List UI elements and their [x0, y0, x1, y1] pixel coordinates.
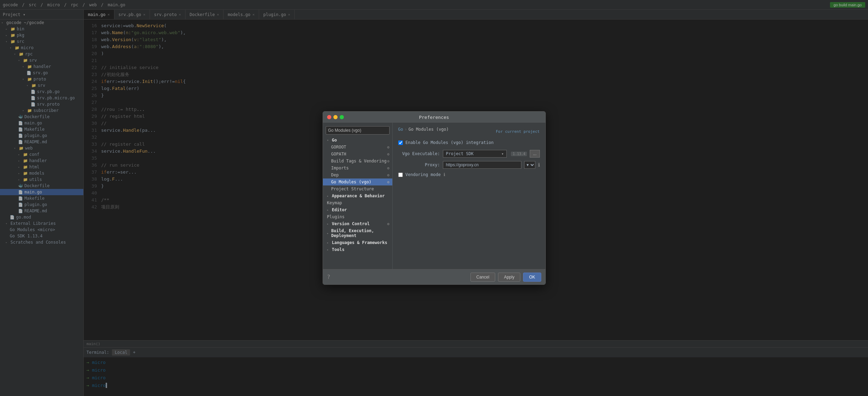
- preferences-dialog: Preferences ▾ Go GOROOT ⚙ GOPATH: [323, 111, 546, 285]
- pref-goroot[interactable]: GOROOT ⚙: [323, 144, 392, 151]
- pref-project-structure[interactable]: Project Structure: [323, 185, 392, 192]
- proxy-input[interactable]: [443, 161, 521, 169]
- pref-build[interactable]: ▸ Build, Execution, Deployment: [323, 227, 392, 239]
- dialog-footer-buttons: Cancel Apply OK: [470, 273, 541, 282]
- pref-dep[interactable]: Dep ⚙: [323, 172, 392, 178]
- help-icon[interactable]: ?: [327, 274, 331, 280]
- enable-gomodules-label: Enable Go Modules (vgo) integration: [406, 140, 494, 145]
- version-badge: 1.13.4: [511, 152, 527, 156]
- breadcrumb-go: Go: [398, 127, 403, 132]
- pref-editor[interactable]: ▸ Editor: [323, 206, 392, 213]
- vgo-executable-value: Project SDK ▾: [443, 150, 507, 158]
- proxy-info-icon: ℹ: [538, 162, 540, 168]
- dialog-title-bar: Preferences: [323, 112, 545, 123]
- vendoring-info-icon: ℹ: [444, 172, 445, 177]
- dialog-footer: ? Cancel Apply OK: [323, 269, 545, 284]
- dialog-body: ▾ Go GOROOT ⚙ GOPATH ⚙ Build Tags & Vend…: [323, 123, 545, 269]
- vgo-executable-label: Vgo Executable:: [398, 151, 440, 156]
- pref-go[interactable]: ▾ Go: [323, 137, 392, 144]
- ellipsis-button[interactable]: ...: [530, 150, 539, 158]
- pref-imports[interactable]: Imports ⚙: [323, 165, 392, 172]
- traffic-light-red[interactable]: [327, 115, 331, 119]
- proxy-row: Proxy: ▾ ℹ: [398, 161, 540, 169]
- dialog-content-header: Go › Go Modules (vgo) For current projec…: [398, 127, 540, 136]
- pref-tools[interactable]: ▸ Tools: [323, 246, 392, 253]
- enable-gomodules-checkbox[interactable]: [398, 140, 403, 145]
- proxy-label: Proxy:: [398, 162, 440, 167]
- ok-button[interactable]: OK: [523, 273, 541, 282]
- for-current-project-link[interactable]: For current project: [496, 129, 540, 134]
- enable-gomodules-row: Enable Go Modules (vgo) integration: [398, 140, 540, 145]
- dialog-traffic-lights: [327, 115, 344, 119]
- traffic-light-green[interactable]: [340, 115, 344, 119]
- preferences-sidebar: ▾ Go GOROOT ⚙ GOPATH ⚙ Build Tags & Vend…: [323, 123, 393, 269]
- vendoring-checkbox[interactable]: [398, 173, 403, 177]
- apply-button[interactable]: Apply: [498, 273, 520, 282]
- pref-gopath[interactable]: GOPATH ⚙: [323, 151, 392, 158]
- traffic-light-yellow[interactable]: [333, 115, 338, 119]
- dialog-content-area: Go › Go Modules (vgo) For current projec…: [393, 123, 545, 269]
- breadcrumb-gomodules: Go Modules (vgo): [408, 127, 449, 132]
- dialog-breadcrumb: Go › Go Modules (vgo): [398, 127, 449, 132]
- pref-buildtags[interactable]: Build Tags & Vendoring ⚙: [323, 158, 392, 165]
- preferences-search-input[interactable]: [326, 126, 390, 135]
- modal-overlay: Preferences ▾ Go GOROOT ⚙ GOPATH: [0, 0, 868, 396]
- dialog-search-container: [323, 124, 392, 137]
- dialog-title: Preferences: [419, 115, 449, 120]
- pref-vcs[interactable]: ▸ Version Control ⚙: [323, 220, 392, 227]
- pref-keymap[interactable]: Keymap: [323, 199, 392, 206]
- pref-languages[interactable]: ▸ Languages & Frameworks: [323, 239, 392, 246]
- pref-gomodules[interactable]: Go Modules (vgo) ⚙: [323, 178, 392, 185]
- vgo-executable-row: Vgo Executable: Project SDK ▾ 1.13.4 ...: [398, 150, 540, 158]
- vendoring-row: Vendoring mode ℹ: [398, 172, 540, 177]
- pref-appearance[interactable]: ▸ Appearance & Behavior: [323, 192, 392, 199]
- vendoring-label: Vendoring mode: [406, 172, 441, 177]
- proxy-dropdown[interactable]: ▾: [524, 161, 535, 169]
- cancel-button[interactable]: Cancel: [470, 273, 495, 282]
- pref-plugins[interactable]: Plugins: [323, 213, 392, 220]
